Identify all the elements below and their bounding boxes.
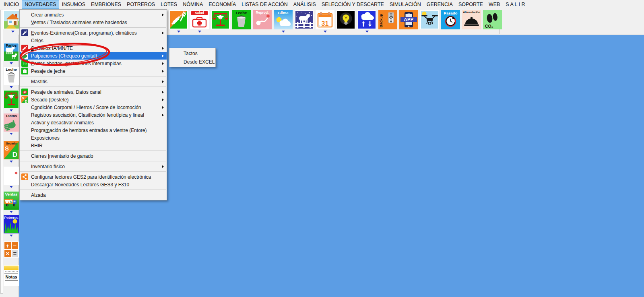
menubar-item-simulacion[interactable]: SIMULACIÓN bbox=[387, 0, 424, 9]
menu-item-partos-abortos[interactable]: Partos,abortos, gestaciones interrumpida… bbox=[20, 60, 167, 67]
usb-backup-icon: Backup bbox=[378, 10, 397, 29]
menubar-item-lotes[interactable]: LOTES bbox=[158, 0, 180, 9]
menubar-item-inicio[interactable]: INICIO bbox=[1, 0, 22, 9]
partos-cow-icon: Partos bbox=[4, 43, 19, 61]
menubar-item-gerencia[interactable]: GERENCIA bbox=[424, 0, 456, 9]
menu-item-alzada[interactable]: Alzada bbox=[20, 191, 167, 199]
sidebar-button-servicios[interactable]: Servicios bbox=[4, 167, 19, 188]
icon-label: Backup bbox=[379, 11, 383, 27]
menubar-item-insumos[interactable]: INSUMOS bbox=[59, 0, 88, 9]
menu-item-label: Exposiciones bbox=[31, 135, 60, 141]
chevron-down-icon[interactable] bbox=[10, 86, 13, 88]
sidebar-button-notas[interactable]: Notas bbox=[4, 265, 19, 286]
chevron-down-icon[interactable] bbox=[10, 235, 13, 237]
toolbar-button-alimentacion[interactable]: Alimentación bbox=[462, 10, 481, 33]
times-glyph: × bbox=[6, 250, 10, 256]
toolbar-button-eventos[interactable] bbox=[169, 10, 188, 33]
menu-item-activar-desactivar[interactable]: Activar y desactivar Animales bbox=[20, 119, 167, 126]
menubar-item-novedades[interactable]: NOVEDADES bbox=[22, 0, 59, 9]
menubar-item-nomina[interactable]: NÓMINA bbox=[180, 0, 206, 9]
menu-item-label: Partos,abortos, gestaciones interrumpida… bbox=[31, 61, 122, 66]
menu-separator bbox=[20, 149, 167, 152]
chevron-down-icon[interactable] bbox=[10, 211, 13, 213]
toolbar-button-clima[interactable]: Clima bbox=[274, 10, 293, 33]
toolbar-button-ganado-nocturno[interactable] bbox=[295, 10, 314, 33]
menu-item-crear-animales[interactable]: Crear animales bbox=[20, 11, 167, 19]
syringe-navy-icon bbox=[21, 29, 28, 36]
drone-icon bbox=[420, 10, 439, 29]
menu-item-configurar-lectores[interactable]: Configurar lectores GES2 para identifica… bbox=[20, 173, 167, 181]
menubar-item-salir[interactable]: S A L I R bbox=[503, 0, 528, 9]
menubar-item-seleccion-y-descarte[interactable]: SELECCIÓN Y DESCARTE bbox=[319, 0, 387, 9]
menu-item-celos[interactable]: Celos bbox=[20, 37, 167, 44]
first-aid-kit-icon: Salud bbox=[190, 10, 209, 29]
chevron-down-icon[interactable] bbox=[11, 31, 14, 33]
menu-item-condicion-corporal[interactable]: Condición Corporal / Hierros / Score de … bbox=[20, 103, 167, 111]
menu-item-pesaje-de-animales[interactable]: Pesaje de animales, Datos canal bbox=[20, 88, 167, 96]
icon-label: Leche bbox=[232, 10, 251, 15]
chevron-down-icon[interactable] bbox=[365, 31, 369, 33]
milk-box-icon bbox=[21, 68, 28, 74]
menubar-item-embriones[interactable]: EMBRIONES bbox=[88, 0, 124, 9]
chevron-down-icon[interactable] bbox=[282, 31, 285, 33]
menubar-item-listas-de-accion[interactable]: LISTAS DE ACCIÓN bbox=[239, 0, 290, 9]
toolbar-button-app[interactable]: APP bbox=[399, 10, 418, 33]
menu-item-palpaciones[interactable]: Palpaciones (Chequeo genital) bbox=[20, 52, 167, 60]
submenu-item-desde-excel[interactable]: Desde EXCEL bbox=[169, 58, 215, 66]
sidebar-button-leche[interactable]: Leche bbox=[4, 67, 19, 88]
menubar-item-web[interactable]: WEB bbox=[486, 0, 503, 9]
menu-item-exposiciones[interactable]: Exposiciones bbox=[20, 134, 167, 142]
menu-item-registros-asociacion[interactable]: Registros asociación, Clasificación feno… bbox=[20, 111, 167, 119]
chevron-down-icon[interactable] bbox=[10, 62, 13, 64]
toolbar-button-idea[interactable] bbox=[336, 10, 355, 33]
toolbar-button-nube[interactable] bbox=[357, 10, 376, 33]
submenu-item-tactos[interactable]: Tactos bbox=[169, 49, 215, 58]
sidebar-button-potreros[interactable]: Potreros bbox=[4, 215, 19, 237]
menu-item-mastitis[interactable]: Mastitis bbox=[20, 78, 167, 85]
menu-item-secado[interactable]: Secado (Destete) bbox=[20, 96, 167, 103]
chevron-down-icon[interactable] bbox=[10, 133, 13, 135]
toolbar-button-leche[interactable]: Leche bbox=[232, 10, 251, 33]
sidebar-button-ventas[interactable]: Ventas $ bbox=[4, 192, 19, 213]
toolbar-button-salud[interactable]: Salud bbox=[190, 10, 209, 33]
chevron-down-icon[interactable] bbox=[10, 109, 13, 111]
menu-item-label: BHIR bbox=[31, 143, 43, 148]
menu-item-programacion-hembras[interactable]: Programación de hembras entradas a vient… bbox=[20, 126, 167, 134]
toolbar-button-dron[interactable] bbox=[420, 10, 439, 33]
toolbar-button-pasado[interactable]: Pasado bbox=[441, 10, 460, 33]
menubar-item-analisis[interactable]: ANÁLISIS bbox=[291, 0, 319, 9]
chevron-down-icon[interactable] bbox=[324, 31, 327, 33]
menu-item-ventas-traslados[interactable]: Ventas / Traslados animales entre hacien… bbox=[20, 19, 167, 26]
menubar-item-economia[interactable]: ECONOMÍA bbox=[206, 0, 239, 9]
sidebar-button-tactos[interactable]: Tactos bbox=[4, 113, 19, 135]
chevron-down-icon[interactable] bbox=[10, 186, 13, 188]
toolbar-button-calendario[interactable]: 31 bbox=[316, 10, 334, 33]
sidebar-button-pesaje[interactable] bbox=[4, 90, 19, 111]
menu-item-label: Palpaciones (Chequeo genital) bbox=[31, 53, 97, 59]
light-bulb-icon bbox=[336, 10, 355, 29]
menu-item-inventario-fisico[interactable]: Inventario físico bbox=[20, 163, 167, 170]
sidebar-button-secado[interactable]: Secado S D bbox=[4, 141, 19, 163]
chevron-down-icon[interactable] bbox=[198, 31, 201, 33]
menu-item-label: Activar y desactivar Animales bbox=[31, 120, 94, 126]
menubar-item-soporte[interactable]: SOPORTE bbox=[456, 0, 486, 9]
icon-label: Tactos bbox=[4, 114, 19, 118]
menubar-item-potreros[interactable]: POTREROS bbox=[124, 0, 158, 9]
menu-item-bhir[interactable]: BHIR bbox=[20, 142, 167, 149]
menu-item-servicios[interactable]: Servicios IA/MN/TE bbox=[20, 44, 167, 52]
chevron-down-icon[interactable] bbox=[10, 161, 13, 163]
sidebar-splitter[interactable] bbox=[0, 10, 3, 294]
sidebar-button-calculadora[interactable]: + − × = bbox=[4, 241, 19, 258]
toolbar-button-reproduccion[interactable]: Reprod. bbox=[253, 10, 272, 33]
toolbar-button-backup[interactable]: Backup bbox=[378, 10, 397, 33]
toolbar-button-pesaje[interactable] bbox=[211, 10, 230, 33]
notes-icon: Notas bbox=[4, 265, 19, 286]
chevron-down-icon[interactable] bbox=[177, 31, 180, 33]
menu-item-pesaje-de-leche[interactable]: Pesaje de leche bbox=[20, 67, 167, 75]
menu-item-eventos-examenes[interactable]: Eventos-Exámenes(Crear, programar), clim… bbox=[20, 29, 167, 37]
menu-item-cierres-inventario[interactable]: Cierres Inventario de ganado bbox=[20, 152, 167, 160]
menu-item-label: Tactos bbox=[184, 51, 198, 56]
sidebar-button-partos[interactable]: Partos bbox=[4, 43, 19, 64]
toolbar-button-co2[interactable]: CO₂ bbox=[483, 10, 502, 33]
menu-item-descargar-novedades[interactable]: Descargar Novedades Lectores GES3 y F310 bbox=[20, 181, 167, 188]
